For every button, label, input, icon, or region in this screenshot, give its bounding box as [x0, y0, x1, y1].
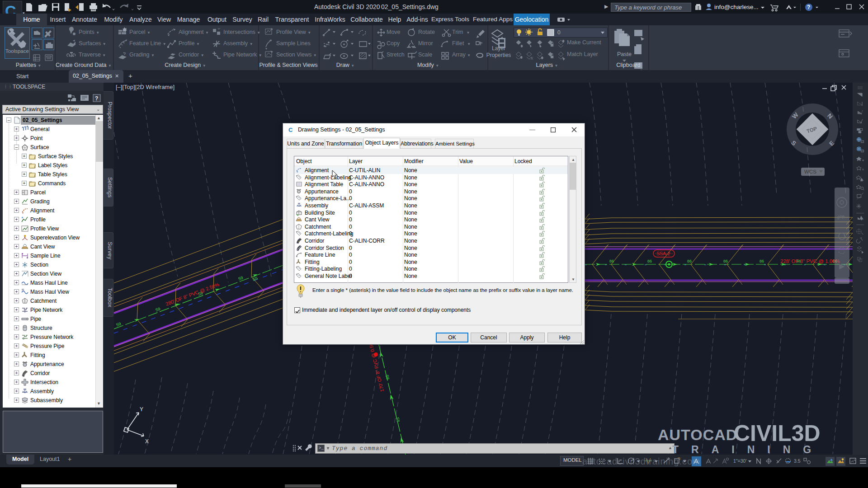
svg-text:3.5: 3.5 [794, 458, 801, 464]
svg-text:WCS: WCS [804, 169, 816, 174]
svg-text:Make Current: Make Current [567, 39, 601, 46]
svg-text:86: 86 [760, 259, 764, 263]
svg-text:86: 86 [687, 259, 692, 263]
svg-text:?: ? [807, 4, 810, 10]
svg-text:[–][Top][2D Wireframe]: [–][Top][2D Wireframe] [116, 84, 175, 90]
svg-text:A: A [862, 168, 864, 171]
svg-text:0: 0 [557, 29, 561, 36]
svg-text:86: 86 [723, 259, 728, 263]
svg-text:228' OF 8" PVC @ 1.00%: 228' OF 8" PVC @ 1.00% [780, 258, 840, 264]
svg-text:86: 86 [609, 259, 614, 263]
svg-text:S8: S8 [385, 374, 390, 380]
svg-text:info@charlese...: info@charlese... [714, 4, 759, 10]
svg-text:C: C [288, 127, 293, 133]
svg-text:Paste: Paste [617, 51, 632, 57]
svg-text:280' OF 8" PVC @ 2.50%: 280' OF 8" PVC @ 2.50% [165, 282, 220, 307]
svg-text:86: 86 [647, 259, 652, 263]
svg-text:S8: S8 [395, 417, 401, 422]
svg-text:Match Layer: Match Layer [567, 51, 598, 57]
svg-text:?: ? [95, 95, 98, 102]
svg-text:170' OF 8" PVC @ 0.50%: 170' OF 8" PVC @ 0.50% [367, 338, 385, 393]
svg-text:1"=30': 1"=30' [733, 458, 746, 464]
svg-text:Y: Y [140, 406, 143, 413]
svg-text:X: X [145, 438, 149, 445]
